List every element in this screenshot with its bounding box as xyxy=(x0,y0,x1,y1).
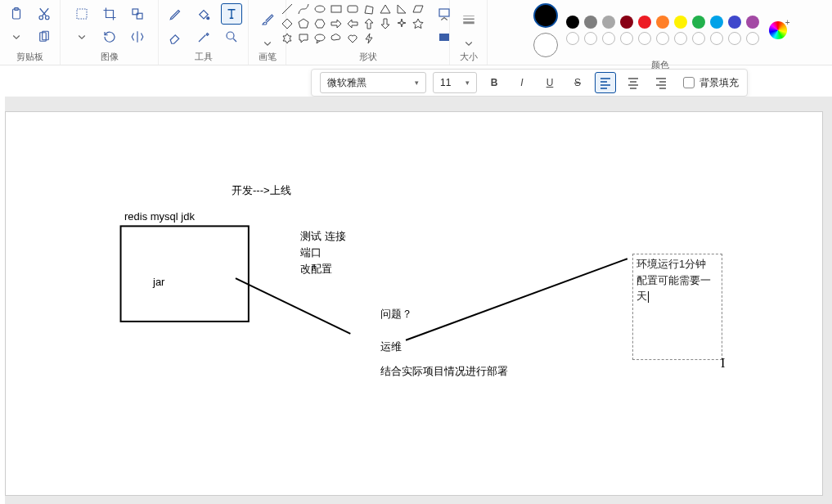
shape-star6[interactable] xyxy=(281,33,293,44)
shape-rect[interactable] xyxy=(331,3,342,15)
font-family-select[interactable]: 微软雅黑 ▾ xyxy=(320,72,426,93)
text-cursor-icon xyxy=(721,356,731,371)
color-swatch-empty[interactable] xyxy=(728,32,741,45)
shape-arrowR[interactable] xyxy=(331,18,342,29)
color-palette xyxy=(566,16,761,45)
brush-dropdown[interactable] xyxy=(257,38,278,49)
color-swatch[interactable] xyxy=(746,16,759,29)
svg-point-9 xyxy=(206,17,209,20)
svg-rect-16 xyxy=(439,34,449,41)
rotate-tool[interactable] xyxy=(99,26,120,47)
align-center-button[interactable] xyxy=(623,72,644,93)
color-secondary[interactable] xyxy=(533,33,558,57)
select-tool[interactable] xyxy=(71,3,92,25)
shape-star5[interactable] xyxy=(412,18,424,29)
group-size-label: 大小 xyxy=(460,49,478,63)
color-swatch[interactable] xyxy=(566,16,579,29)
color-swatch-empty[interactable] xyxy=(656,32,669,45)
text-line: 配置可能需要一天 xyxy=(636,272,718,304)
color-swatch-empty[interactable] xyxy=(710,32,723,45)
color-swatch[interactable] xyxy=(710,16,723,29)
pencil-tool[interactable] xyxy=(165,3,187,25)
color-swatch[interactable] xyxy=(602,16,615,29)
paste-dropdown[interactable] xyxy=(6,26,27,47)
edit-colors-button[interactable] xyxy=(769,21,787,39)
color-swatch-empty[interactable] xyxy=(692,32,705,45)
underline-button[interactable]: U xyxy=(539,72,560,93)
group-clipboard: 剪贴板 xyxy=(0,0,61,65)
align-left-button[interactable] xyxy=(595,72,616,93)
color-swatch[interactable] xyxy=(674,16,687,29)
eyedropper-tool[interactable] xyxy=(193,26,214,47)
shape-arrowL[interactable] xyxy=(347,18,358,29)
active-text-box[interactable]: 环境运行1分钟 配置可能需要一天 xyxy=(632,254,722,360)
stroke-size[interactable] xyxy=(458,3,479,36)
bg-fill-toggle[interactable]: 背景填充 xyxy=(683,76,739,90)
shape-arrowD[interactable] xyxy=(380,18,391,29)
color-swatch[interactable] xyxy=(638,16,651,29)
color-swatch-empty[interactable] xyxy=(620,32,633,45)
resize-tool[interactable] xyxy=(127,3,148,25)
shape-hex[interactable] xyxy=(314,18,326,29)
italic-button[interactable]: I xyxy=(511,72,533,93)
shape-polygon[interactable] xyxy=(363,3,375,15)
font-size-value: 11 xyxy=(440,77,451,88)
size-dropdown[interactable] xyxy=(458,38,479,49)
brush-tool[interactable] xyxy=(257,3,278,36)
color-swatch-empty[interactable] xyxy=(746,32,759,45)
color-swatch-empty[interactable] xyxy=(584,32,597,45)
color-swatch[interactable] xyxy=(620,16,633,29)
shape-cloud[interactable] xyxy=(331,33,342,44)
color-swatch-empty[interactable] xyxy=(638,32,651,45)
canvas-text: 运维 xyxy=(380,340,402,354)
align-right-button[interactable] xyxy=(650,72,672,93)
shape-oval[interactable] xyxy=(314,3,326,15)
crop-tool[interactable] xyxy=(99,3,120,25)
color-swatch-empty[interactable] xyxy=(602,32,615,45)
canvas-text: 问题？ xyxy=(380,307,412,322)
select-dropdown[interactable] xyxy=(71,26,92,47)
shape-roundrect[interactable] xyxy=(347,3,358,15)
shape-bolt[interactable] xyxy=(363,33,375,44)
shape-line[interactable] xyxy=(281,3,293,15)
color-swatch[interactable] xyxy=(656,16,669,29)
shape-pent[interactable] xyxy=(298,18,309,29)
cut-button[interactable] xyxy=(34,3,55,25)
canvas[interactable]: 开发--->上线 redis mysql jdk jar 测试 连接 端口 改配… xyxy=(5,111,823,496)
paste-button[interactable] xyxy=(6,3,27,25)
strike-button[interactable]: S xyxy=(567,72,588,93)
bold-button[interactable]: B xyxy=(483,72,505,93)
shape-para[interactable] xyxy=(412,3,424,15)
flip-tool[interactable] xyxy=(127,26,148,47)
color-swatch[interactable] xyxy=(584,16,597,29)
font-size-select[interactable]: 11 ▾ xyxy=(433,72,477,93)
shape-triangle[interactable] xyxy=(380,3,391,15)
text-tool[interactable] xyxy=(221,3,242,25)
svg-rect-12 xyxy=(331,6,341,12)
shape-callout-ov[interactable] xyxy=(314,33,326,44)
shape-curve[interactable] xyxy=(298,3,309,15)
svg-point-14 xyxy=(315,34,325,41)
shape-heart[interactable] xyxy=(347,33,358,44)
group-brush-label: 画笔 xyxy=(259,49,277,63)
svg-rect-15 xyxy=(439,9,449,16)
shape-diamond[interactable] xyxy=(281,18,293,29)
zoom-tool[interactable] xyxy=(221,26,242,47)
svg-point-2 xyxy=(39,16,43,20)
shape-arrowU[interactable] xyxy=(363,18,375,29)
shape-callout-rd[interactable] xyxy=(298,33,309,44)
group-tools: 工具 xyxy=(159,0,249,65)
chevron-down-icon: ▾ xyxy=(415,79,419,87)
fill-tool[interactable] xyxy=(193,3,214,25)
color-primary[interactable] xyxy=(533,3,558,28)
color-swatch[interactable] xyxy=(728,16,741,29)
color-swatch-empty[interactable] xyxy=(566,32,579,45)
eraser-tool[interactable] xyxy=(165,26,187,47)
shape-star4[interactable] xyxy=(396,18,407,29)
shape-rtriangle[interactable] xyxy=(396,3,407,15)
color-swatch[interactable] xyxy=(692,16,705,29)
copy-button[interactable] xyxy=(34,26,55,47)
canvas-text: jar xyxy=(153,276,164,288)
color-swatch-empty[interactable] xyxy=(674,32,687,45)
shapes-gallery[interactable] xyxy=(281,3,425,44)
